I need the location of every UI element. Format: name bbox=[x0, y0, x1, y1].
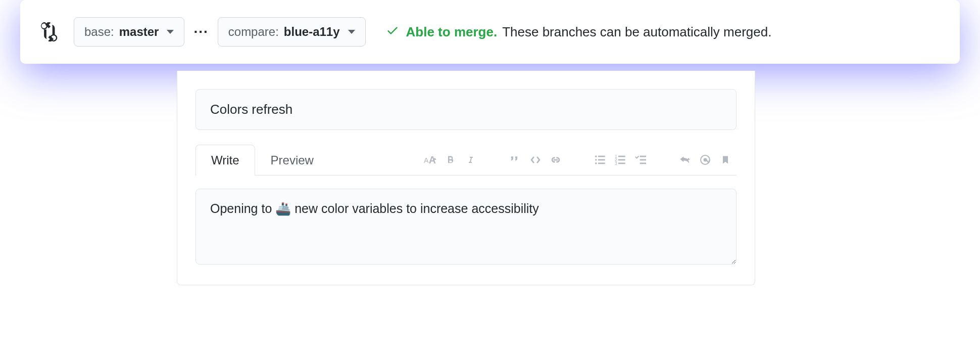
editor-tabs: Write Preview AA 123 bbox=[195, 144, 737, 176]
check-icon bbox=[386, 24, 399, 40]
caret-down-icon bbox=[167, 30, 174, 34]
svg-rect-12 bbox=[618, 159, 625, 160]
task-list-icon[interactable] bbox=[633, 153, 648, 167]
compare-label: compare: bbox=[228, 25, 279, 39]
svg-rect-7 bbox=[598, 162, 605, 164]
svg-rect-15 bbox=[640, 159, 646, 160]
caret-down-icon bbox=[348, 30, 355, 34]
quote-icon[interactable] bbox=[508, 153, 522, 167]
pr-body-textarea[interactable] bbox=[195, 189, 737, 265]
mention-icon[interactable] bbox=[698, 153, 712, 167]
svg-rect-13 bbox=[618, 162, 625, 164]
bookmark-icon[interactable] bbox=[718, 153, 732, 167]
svg-rect-14 bbox=[640, 155, 646, 157]
merge-able-text: Able to merge. bbox=[406, 24, 498, 40]
reply-icon[interactable] bbox=[678, 153, 692, 167]
svg-rect-11 bbox=[618, 155, 625, 157]
unordered-list-icon[interactable] bbox=[593, 153, 607, 167]
markdown-toolbar: AA 123 bbox=[423, 153, 737, 167]
compare-branch-button[interactable]: compare: blue-a11y bbox=[218, 17, 366, 47]
base-label: base: bbox=[84, 25, 114, 39]
svg-point-4 bbox=[595, 162, 597, 164]
ellipsis: ··· bbox=[193, 24, 208, 40]
ordered-list-icon[interactable]: 123 bbox=[613, 153, 627, 167]
svg-rect-6 bbox=[598, 159, 605, 160]
heading-icon[interactable]: AA bbox=[423, 153, 437, 167]
bold-icon[interactable] bbox=[444, 153, 458, 167]
tab-preview[interactable]: Preview bbox=[255, 145, 329, 176]
base-branch-button[interactable]: base: master bbox=[74, 17, 184, 47]
merge-desc-text: These branches can be automatically merg… bbox=[502, 24, 771, 40]
svg-point-3 bbox=[595, 159, 597, 161]
italic-icon[interactable] bbox=[464, 153, 478, 167]
tab-write[interactable]: Write bbox=[195, 145, 255, 176]
compare-value: blue-a11y bbox=[284, 25, 340, 39]
merge-status: Able to merge. These branches can be aut… bbox=[386, 24, 772, 40]
svg-rect-16 bbox=[640, 162, 646, 164]
svg-point-2 bbox=[595, 155, 597, 157]
git-compare-icon bbox=[40, 22, 60, 41]
svg-rect-5 bbox=[598, 155, 605, 157]
svg-text:A: A bbox=[424, 156, 429, 164]
link-icon[interactable] bbox=[549, 153, 563, 167]
compare-bar: base: master ··· compare: blue-a11y Able… bbox=[20, 0, 960, 64]
pr-title-input[interactable] bbox=[195, 89, 737, 130]
pr-editor: Write Preview AA 123 bbox=[177, 71, 755, 285]
code-icon[interactable] bbox=[528, 153, 543, 167]
base-value: master bbox=[119, 25, 159, 39]
svg-text:3: 3 bbox=[615, 161, 617, 165]
